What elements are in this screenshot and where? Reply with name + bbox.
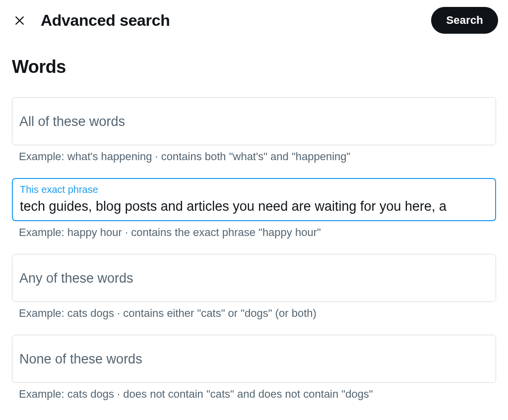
content: Words All of these words Example: what's… (0, 57, 508, 401)
field-none-words: None of these words Example: cats dogs ·… (12, 335, 496, 401)
field-any-words: Any of these words Example: cats dogs · … (12, 254, 496, 320)
helper-exact-phrase: Example: happy hour · contains the exact… (12, 226, 496, 239)
field-all-words: All of these words Example: what's happe… (12, 97, 496, 163)
helper-any-words: Example: cats dogs · contains either "ca… (12, 307, 496, 320)
label-exact-phrase: This exact phrase (20, 184, 98, 195)
helper-all-words: Example: what's happening · contains bot… (12, 150, 496, 163)
any-words-input[interactable] (12, 254, 496, 301)
close-icon[interactable] (12, 13, 27, 28)
input-wrapper-exact-phrase[interactable]: This exact phrase (12, 178, 496, 221)
none-words-input[interactable] (12, 335, 496, 382)
input-wrapper-all-words[interactable]: All of these words (12, 97, 496, 145)
all-words-input[interactable] (12, 98, 496, 145)
input-wrapper-none-words[interactable]: None of these words (12, 335, 496, 383)
header: Advanced search Search (0, 0, 508, 41)
section-title: Words (12, 57, 496, 77)
field-exact-phrase: This exact phrase Example: happy hour · … (12, 178, 496, 239)
search-button[interactable]: Search (431, 7, 498, 34)
helper-none-words: Example: cats dogs · does not contain "c… (12, 388, 496, 401)
input-wrapper-any-words[interactable]: Any of these words (12, 254, 496, 302)
page-title: Advanced search (41, 11, 417, 30)
